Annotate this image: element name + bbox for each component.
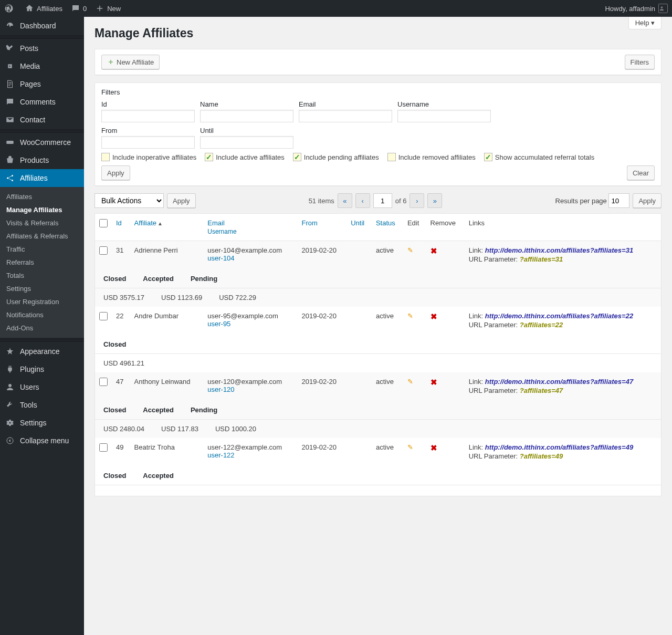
col-affiliate[interactable]: Affiliate — [134, 219, 156, 227]
edit-icon[interactable]: ✎ — [407, 246, 413, 254]
sidebar-item-posts[interactable]: Posts — [0, 39, 84, 57]
ref-head: Closed — [95, 401, 134, 419]
remove-icon[interactable]: ✖ — [430, 312, 437, 321]
submenu-item[interactable]: Traffic — [0, 243, 84, 256]
affiliate-link[interactable]: http://demo.itthinx.com/affiliates?affil… — [485, 378, 633, 386]
username-link[interactable]: user-95 — [207, 320, 230, 328]
select-all-checkbox[interactable] — [99, 219, 108, 227]
site-name-link[interactable]: Affiliates — [20, 0, 67, 17]
sidebar-item-pages[interactable]: Pages — [0, 75, 84, 93]
sidebar-item-comments[interactable]: Comments — [0, 93, 84, 111]
edit-icon[interactable]: ✎ — [407, 312, 413, 320]
submenu-item[interactable]: Manage Affiliates — [0, 203, 84, 216]
filter-label-until: Until — [200, 127, 293, 134]
edit-icon[interactable]: ✎ — [407, 378, 413, 386]
page-next-button[interactable]: › — [410, 193, 424, 208]
row-checkbox[interactable] — [99, 312, 108, 320]
submenu-item[interactable]: User Registration — [0, 295, 84, 308]
cell-from: 2019-02-20 — [298, 372, 347, 401]
cell-email: user-95@example.comuser-95 — [203, 307, 297, 335]
submenu-item[interactable]: Visits & Referrals — [0, 216, 84, 230]
col-id[interactable]: Id — [116, 219, 122, 227]
cell-name: Adrienne Perri — [130, 241, 204, 270]
filter-checkbox[interactable]: Include removed affiliates — [387, 153, 476, 161]
filter-checkbox[interactable]: Include pending affiliates — [293, 153, 379, 161]
remove-icon[interactable]: ✖ — [430, 246, 437, 255]
rpp-input[interactable] — [608, 193, 629, 208]
submenu-item[interactable]: Referrals — [0, 256, 84, 269]
col-until[interactable]: Until — [351, 219, 364, 227]
submenu-item[interactable]: Add-Ons — [0, 321, 84, 335]
filter-input-until[interactable] — [200, 136, 293, 149]
filters-toggle-button[interactable]: Filters — [625, 55, 655, 69]
cell-id: 47 — [112, 372, 130, 401]
sidebar-item-appearance[interactable]: Appearance — [0, 342, 84, 360]
sidebar-item-tools[interactable]: Tools — [0, 396, 84, 414]
row-checkbox[interactable] — [99, 246, 108, 255]
filter-apply-button[interactable]: Apply — [101, 165, 130, 180]
referrals-row: ClosedAcceptedPendingUSD 2480.04USD 117.… — [95, 401, 662, 438]
filter-input-username[interactable] — [397, 110, 491, 122]
page-last-button[interactable]: » — [427, 193, 442, 208]
affiliate-link[interactable]: http://demo.itthinx.com/affiliates?affil… — [485, 246, 633, 254]
sidebar-item-products[interactable]: Products — [0, 151, 84, 169]
cell-links: Link: http://demo.itthinx.com/affiliates… — [465, 241, 662, 270]
sidebar-item-settings[interactable]: Settings — [0, 414, 84, 432]
page-prev-button[interactable]: ‹ — [355, 193, 370, 208]
col-email[interactable]: Email — [207, 219, 225, 227]
col-remove: Remove — [426, 214, 465, 241]
filter-input-from[interactable] — [101, 136, 195, 149]
cell-links: Link: http://demo.itthinx.com/affiliates… — [465, 307, 662, 335]
sidebar-item-affiliates[interactable]: Affiliates — [0, 169, 84, 187]
new-content-link[interactable]: New — [91, 0, 125, 17]
sidebar-item-dashboard[interactable]: Dashboard — [0, 17, 84, 35]
sidebar-item-plugins[interactable]: Plugins — [0, 360, 84, 378]
help-tab[interactable]: Help ▾ — [628, 17, 662, 29]
col-username[interactable]: Username — [207, 228, 293, 235]
page-first-button[interactable]: « — [338, 193, 352, 208]
filter-input-id[interactable] — [101, 110, 195, 122]
sidebar-item-woocommerce[interactable]: WooCommerce — [0, 133, 84, 151]
col-links: Links — [465, 214, 662, 241]
wp-logo[interactable] — [0, 0, 20, 17]
svg-point-3 — [12, 175, 13, 176]
comments-link[interactable]: 0 — [67, 0, 91, 17]
sidebar-item-users[interactable]: Users — [0, 378, 84, 396]
edit-icon[interactable]: ✎ — [407, 443, 413, 451]
bulk-actions-select[interactable]: Bulk Actions — [94, 193, 164, 208]
filter-checkbox[interactable]: Include active affiliates — [205, 153, 285, 161]
filter-clear-button[interactable]: Clear — [627, 165, 655, 180]
url-param: ?affiliates=31 — [520, 255, 563, 263]
sidebar-item-collapse[interactable]: Collapse menu — [0, 432, 84, 450]
remove-icon[interactable]: ✖ — [430, 443, 437, 452]
filter-checkbox[interactable]: Include inoperative affiliates — [101, 153, 196, 161]
my-account-link[interactable]: Howdy, affadmin — [601, 0, 672, 17]
filters-toggle-label: Filters — [631, 58, 649, 66]
col-from[interactable]: From — [302, 219, 318, 227]
rpp-apply-button[interactable]: Apply — [633, 193, 662, 208]
cell-until — [346, 438, 372, 466]
filter-checkbox[interactable]: Show accumulated referral totals — [484, 153, 594, 161]
submenu-item[interactable]: Affiliates — [0, 190, 84, 203]
username-link[interactable]: user-120 — [207, 386, 234, 393]
row-checkbox[interactable] — [99, 378, 108, 386]
col-status[interactable]: Status — [376, 219, 395, 227]
remove-icon[interactable]: ✖ — [430, 378, 437, 387]
page-input[interactable] — [373, 193, 392, 208]
username-link[interactable]: user-104 — [207, 254, 234, 262]
sidebar-item-media[interactable]: Media — [0, 57, 84, 75]
sidebar-item-contact[interactable]: Contact — [0, 111, 84, 129]
filter-input-email[interactable] — [299, 110, 392, 122]
cell-id: 31 — [112, 241, 130, 270]
submenu-item[interactable]: Notifications — [0, 308, 84, 321]
new-affiliate-button[interactable]: New Affiliate — [101, 55, 160, 69]
affiliate-link[interactable]: http://demo.itthinx.com/affiliates?affil… — [485, 312, 633, 320]
submenu-item[interactable]: Settings — [0, 282, 84, 295]
bulk-apply-button[interactable]: Apply — [167, 193, 196, 208]
submenu-item[interactable]: Affiliates & Referrals — [0, 230, 84, 243]
submenu-item[interactable]: Totals — [0, 269, 84, 282]
username-link[interactable]: user-122 — [207, 451, 234, 459]
filter-input-name[interactable] — [200, 110, 293, 122]
row-checkbox[interactable] — [99, 443, 108, 452]
affiliate-link[interactable]: http://demo.itthinx.com/affiliates?affil… — [485, 443, 633, 451]
